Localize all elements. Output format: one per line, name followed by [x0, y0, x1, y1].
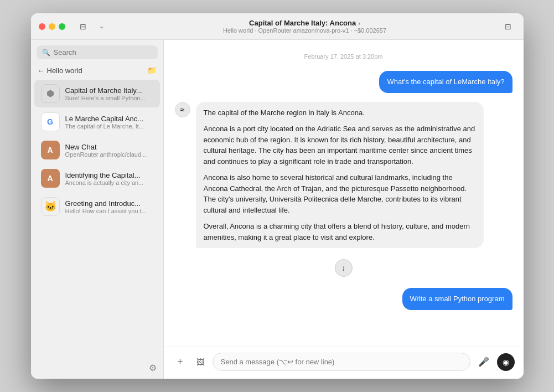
back-label: Hello world [47, 66, 82, 75]
chat-name-new-chat: New Chat [65, 143, 153, 151]
chat-avatar-le-marche-capital: G [41, 112, 60, 131]
folder-icon[interactable]: 📁 [147, 66, 157, 75]
sidebar-footer: ⚙ [31, 357, 163, 379]
chat-area: February 17, 2025 at 3:20pm What's the c… [164, 40, 524, 379]
voice-mode-button[interactable]: ◉ [497, 353, 515, 371]
maximize-button[interactable] [59, 23, 65, 30]
split-view-button[interactable]: ⊡ [500, 20, 516, 33]
sidebar: 🔍 ← Hello world 📁 Capital of Marche Ital… [31, 40, 164, 379]
chat-preview-greeting: Hello! How can I assist you t... [65, 208, 153, 214]
scroll-down-area: ↓ [175, 259, 512, 277]
chat-item-greeting[interactable]: 🐱Greeting and Introduc...Hello! How can … [34, 193, 160, 220]
chat-subtitle: Hello world · OpenRouter amazon/nova-pro… [223, 27, 386, 34]
chat-messages: February 17, 2025 at 3:20pm What's the c… [164, 40, 524, 347]
assistant-avatar: ≈ [175, 102, 190, 117]
user-bubble-2: Write a small Python program [402, 288, 512, 310]
back-arrow-icon: ← [38, 66, 45, 75]
search-bar[interactable]: 🔍 [37, 45, 158, 59]
chat-preview-new-chat: OpenRouter anthropic/claud... [65, 151, 153, 158]
titlebar-right: ⊡ [500, 20, 516, 33]
chat-avatar-identifying-capital: A [41, 169, 60, 188]
chat-preview-capital-marche: Sure! Here's a small Python... [65, 95, 153, 101]
chat-name-greeting: Greeting and Introduc... [65, 199, 153, 208]
chat-item-identifying-capital[interactable]: AIdentifying the Capital...Ancona is act… [34, 164, 160, 192]
chat-item-capital-marche[interactable]: Capital of Marche Italy...Sure! Here's a… [34, 80, 160, 107]
app-window: ⊟ ⌄ Capital of Marche Italy: Ancona › He… [31, 13, 524, 379]
openrouter-logo-icon [45, 89, 55, 99]
titlebar-center: Capital of Marche Italy: Ancona › Hello … [114, 19, 496, 34]
chat-input-area: + 🖼 🎤 ◉ [164, 347, 524, 379]
chat-item-new-chat[interactable]: ANew ChatOpenRouter anthropic/claud... [34, 136, 160, 164]
back-row: ← Hello world 📁 [31, 63, 163, 78]
attachment-button[interactable]: 🖼 [193, 354, 208, 370]
search-input[interactable] [54, 48, 152, 56]
chat-preview-identifying-capital: Ancona is actually a city an... [65, 179, 153, 186]
scroll-down-button[interactable]: ↓ [335, 259, 353, 277]
chevron-down-button[interactable]: ⌄ [94, 20, 110, 33]
assistant-paragraph-3: Overall, Ancona is a charming city that … [204, 221, 476, 243]
message-row-assistant-1: ≈ The capital of the Marche region in It… [175, 102, 512, 249]
chat-item-le-marche-capital[interactable]: GLe Marche Capital Anc...The capital of … [34, 108, 160, 136]
chat-title: Capital of Marche Italy: Ancona › [249, 19, 360, 27]
minimize-button[interactable] [49, 23, 55, 30]
back-button[interactable]: ← Hello world [38, 66, 82, 75]
chat-list: Capital of Marche Italy...Sure! Here's a… [31, 78, 163, 357]
settings-button[interactable]: ⚙ [149, 363, 157, 373]
chat-name-identifying-capital: Identifying the Capital... [65, 171, 153, 179]
message-row-user-2: Write a small Python program [175, 288, 512, 310]
chat-name-capital-marche: Capital of Marche Italy... [65, 86, 153, 95]
titlebar-icons: ⊟ ⌄ [75, 20, 110, 33]
chat-avatar-capital-marche [41, 84, 60, 103]
chat-avatar-greeting: 🐱 [41, 197, 60, 216]
user-bubble-1: What's the capital of LeMarche italy? [379, 71, 512, 93]
assistant-bubble-1: The capital of the Marche region in Ital… [196, 102, 484, 249]
titlebar: ⊟ ⌄ Capital of Marche Italy: Ancona › He… [31, 13, 524, 40]
traffic-lights [39, 23, 65, 30]
message-input[interactable] [213, 353, 470, 371]
assistant-paragraph-2: Ancona is also home to several historica… [204, 172, 476, 215]
search-icon: 🔍 [42, 49, 50, 56]
microphone-button[interactable]: 🎤 [475, 353, 493, 371]
main-content: 🔍 ← Hello world 📁 Capital of Marche Ital… [31, 40, 524, 379]
message-row-user-1: What's the capital of LeMarche italy? [175, 71, 512, 93]
chat-name-le-marche-capital: Le Marche Capital Anc... [65, 115, 153, 123]
assistant-paragraph-0: The capital of the Marche region in Ital… [204, 107, 476, 118]
chat-avatar-new-chat: A [41, 141, 60, 159]
chat-preview-le-marche-capital: The capital of Le Marche, It... [65, 123, 153, 130]
sidebar-toggle-button[interactable]: ⊟ [75, 20, 91, 33]
assistant-paragraph-1: Ancona is a port city located on the Adr… [204, 123, 476, 167]
date-divider: February 17, 2025 at 3:20pm [175, 53, 512, 60]
close-button[interactable] [39, 23, 45, 30]
add-button[interactable]: + [173, 354, 188, 370]
